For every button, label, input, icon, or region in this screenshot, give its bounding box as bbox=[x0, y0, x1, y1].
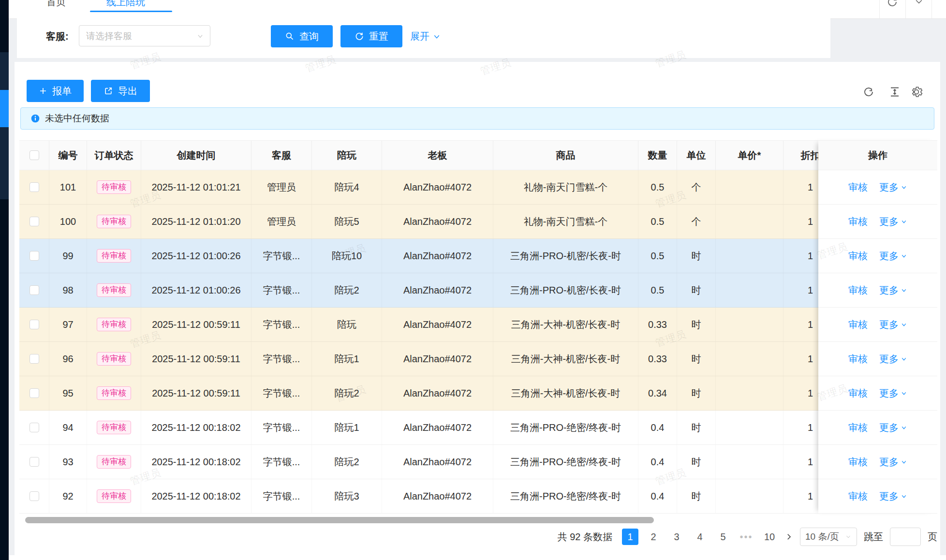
more-link[interactable]: 更多 bbox=[879, 318, 907, 331]
review-link[interactable]: 审核 bbox=[848, 215, 868, 228]
row-checkbox[interactable] bbox=[30, 354, 39, 364]
sidebar-section-top bbox=[0, 0, 9, 52]
row-checkbox[interactable] bbox=[30, 457, 39, 467]
create-order-button[interactable]: 报单 bbox=[27, 80, 84, 102]
page-list: 12345•••10 bbox=[622, 529, 778, 545]
sidebar-menu-item-active[interactable] bbox=[0, 90, 9, 127]
review-link[interactable]: 审核 bbox=[848, 456, 868, 469]
review-link[interactable]: 审核 bbox=[848, 284, 868, 297]
row-checkbox[interactable] bbox=[30, 217, 39, 226]
page-button[interactable]: 2 bbox=[645, 529, 662, 545]
col-header-label: 老板 bbox=[428, 149, 447, 162]
export-button[interactable]: 导出 bbox=[91, 80, 150, 102]
cell-unit: 时 bbox=[677, 411, 716, 444]
sidebar-collapsed[interactable] bbox=[0, 0, 9, 560]
row-checkbox[interactable] bbox=[30, 285, 39, 295]
sidebar-menu-item[interactable] bbox=[0, 127, 9, 199]
tab-home[interactable]: 首页 bbox=[46, 0, 66, 9]
col-header-unit: 单位 bbox=[677, 141, 716, 170]
cell-qty: 0.33 bbox=[638, 308, 677, 341]
review-link[interactable]: 审核 bbox=[848, 421, 868, 434]
cell-price bbox=[716, 479, 783, 513]
jump-to-input[interactable] bbox=[890, 528, 921, 546]
cell-checkbox bbox=[19, 445, 49, 479]
cell-status: 待审核 bbox=[87, 479, 141, 513]
more-link[interactable]: 更多 bbox=[879, 181, 907, 194]
status-tag: 待审核 bbox=[97, 318, 131, 331]
row-actions: 审核更多 bbox=[818, 308, 937, 342]
row-checkbox[interactable] bbox=[30, 320, 39, 329]
more-link[interactable]: 更多 bbox=[879, 490, 907, 503]
more-link[interactable]: 更多 bbox=[879, 250, 907, 263]
cell-cs: 字节锻... bbox=[251, 239, 312, 273]
page-ellipsis[interactable]: ••• bbox=[738, 529, 754, 545]
export-icon bbox=[103, 86, 113, 96]
cs-select[interactable]: 请选择客服 bbox=[79, 25, 210, 46]
refresh-icon[interactable] bbox=[887, 0, 898, 10]
next-page-button[interactable] bbox=[784, 532, 793, 541]
page-button[interactable]: 4 bbox=[692, 529, 708, 545]
cell-boss: AlanZhao#4072 bbox=[382, 170, 493, 204]
chevron-down-icon bbox=[196, 33, 204, 40]
row-checkbox[interactable] bbox=[30, 491, 39, 501]
cell-companion: 陪玩 bbox=[312, 308, 382, 341]
cell-boss: AlanZhao#4072 bbox=[382, 273, 493, 307]
cell-created: 2025-11-12 00:59:11 bbox=[141, 376, 251, 410]
review-link[interactable]: 审核 bbox=[848, 353, 868, 366]
row-checkbox[interactable] bbox=[30, 182, 39, 192]
row-checkbox[interactable] bbox=[30, 388, 39, 398]
chevron-down-icon bbox=[901, 493, 907, 500]
active-tab-underline bbox=[90, 11, 172, 12]
cell-qty: 0.5 bbox=[638, 170, 677, 204]
more-link[interactable]: 更多 bbox=[879, 421, 907, 434]
review-link[interactable]: 审核 bbox=[848, 181, 868, 194]
reload-icon[interactable] bbox=[863, 86, 874, 100]
cell-id: 92 bbox=[49, 479, 87, 513]
page-button[interactable]: 10 bbox=[761, 529, 778, 545]
review-link[interactable]: 审核 bbox=[848, 387, 868, 400]
reset-button[interactable]: 重置 bbox=[340, 25, 402, 47]
cell-price bbox=[716, 205, 783, 238]
page-button[interactable]: 3 bbox=[668, 529, 685, 545]
cell-unit: 时 bbox=[677, 239, 716, 273]
table-row: 92待审核2025-11-12 00:18:02字节锻...陪玩3AlanZha… bbox=[19, 479, 937, 514]
cell-boss: AlanZhao#4072 bbox=[382, 411, 493, 444]
cell-status: 待审核 bbox=[87, 273, 141, 307]
cell-status: 待审核 bbox=[87, 376, 141, 410]
review-link[interactable]: 审核 bbox=[848, 250, 868, 263]
col-header-label: 编号 bbox=[59, 149, 78, 162]
row-checkbox[interactable] bbox=[30, 251, 39, 261]
cell-boss: AlanZhao#4072 bbox=[382, 239, 493, 273]
cell-unit: 时 bbox=[677, 376, 716, 410]
density-icon[interactable] bbox=[889, 86, 901, 100]
tab-online-play[interactable]: 线上陪玩 bbox=[106, 0, 145, 9]
review-link[interactable]: 审核 bbox=[848, 318, 868, 331]
chevron-down-icon[interactable] bbox=[914, 0, 924, 8]
col-header-label: 折扣 bbox=[801, 149, 820, 162]
sidebar-menu-item[interactable] bbox=[0, 52, 9, 90]
more-link[interactable]: 更多 bbox=[879, 353, 907, 366]
cell-checkbox bbox=[19, 239, 49, 273]
cell-companion: 陪玩2 bbox=[312, 273, 382, 307]
search-button[interactable]: 查询 bbox=[271, 25, 333, 47]
page-button-active[interactable]: 1 bbox=[622, 529, 638, 545]
horizontal-scrollbar[interactable] bbox=[25, 517, 654, 523]
status-tag: 待审核 bbox=[97, 180, 131, 194]
more-link[interactable]: 更多 bbox=[879, 456, 907, 469]
more-link[interactable]: 更多 bbox=[879, 387, 907, 400]
more-link[interactable]: 更多 bbox=[879, 284, 907, 297]
page-size-select[interactable]: 10 条/页 bbox=[800, 528, 857, 546]
expand-link[interactable]: 展开 bbox=[410, 30, 441, 43]
col-header-created: 创建时间 bbox=[141, 141, 251, 170]
review-link[interactable]: 审核 bbox=[848, 490, 868, 503]
row-checkbox[interactable] bbox=[30, 423, 39, 432]
cell-product: 三角洲-大神-机密/长夜-时 bbox=[493, 376, 638, 410]
table-row: 101待审核2025-11-12 01:01:21管理员陪玩4AlanZhao#… bbox=[19, 170, 937, 205]
cell-cs: 管理员 bbox=[251, 205, 312, 238]
more-link[interactable]: 更多 bbox=[879, 215, 907, 228]
cell-product: 礼物-南天门雪糕-个 bbox=[493, 205, 638, 238]
select-all-checkbox[interactable] bbox=[30, 150, 39, 160]
cell-status: 待审核 bbox=[87, 411, 141, 444]
gear-icon[interactable] bbox=[910, 86, 923, 100]
page-button[interactable]: 5 bbox=[715, 529, 731, 545]
